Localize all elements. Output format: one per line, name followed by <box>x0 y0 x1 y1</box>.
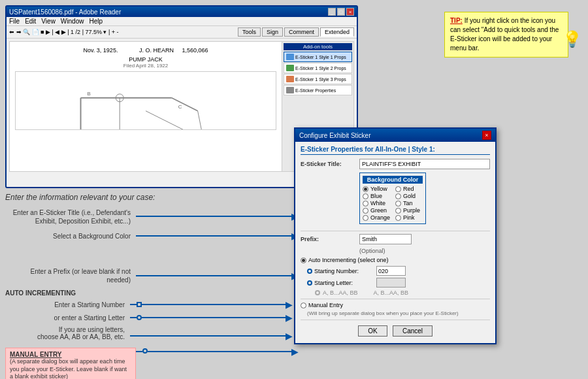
color-gold[interactable]: Gold <box>395 193 423 199</box>
radio-start-letter[interactable] <box>307 280 312 286</box>
sidebar-icon-4 <box>286 87 294 93</box>
color-label-orange: Orange <box>370 214 390 221</box>
dialog-titlebar: Configure Exhibit Sticker × <box>295 129 495 142</box>
color-label-tan: Tan <box>403 200 413 206</box>
arrow-prefix: ▶ <box>136 271 299 281</box>
color-label-red: Red <box>403 186 414 192</box>
manual-title: MANUAL ENTRY <box>10 351 131 358</box>
tab-comment[interactable]: Comment <box>284 27 319 37</box>
color-yellow[interactable]: Yellow <box>363 186 390 192</box>
manual-section-label: MANUAL ENTRY (A separate dialog box will… <box>5 345 136 379</box>
radio-tan[interactable] <box>395 201 401 206</box>
maximize-button[interactable]: □ <box>337 8 345 16</box>
instr-label-title: Enter an E-Sticker Title (i.e., Defendan… <box>5 208 136 225</box>
menu-help[interactable]: Help <box>89 18 103 25</box>
radio-gold[interactable] <box>395 193 401 199</box>
toolbar-icons: ⬅ ➡ 🔍 📄 ■ ▶ | ◀ ▶ | 1 /2 | 77.5% ▾ | + - <box>9 29 119 35</box>
menu-window[interactable]: Window <box>61 18 84 25</box>
radio-manual[interactable] <box>301 303 306 308</box>
instr-row-prefix: Enter a Prefix (or leave blank if notnee… <box>5 267 293 284</box>
esticker-title-input[interactable] <box>359 159 490 169</box>
dialog-title: Configure Exhibit Sticker <box>299 132 371 139</box>
instr-row-start-num: Enter a Starting Number ▶ <box>5 299 293 310</box>
tab-tools[interactable]: Tools <box>238 27 261 37</box>
close-button[interactable]: × <box>346 8 354 16</box>
arrow-head-sl: ▶ <box>286 312 293 323</box>
color-tan[interactable]: Tan <box>395 200 423 206</box>
radio-auto-inc[interactable] <box>301 257 306 263</box>
radio-indicator-m <box>142 348 148 354</box>
radio-green[interactable] <box>363 208 368 214</box>
tab-extended[interactable]: Extended <box>320 27 354 37</box>
radio-pink[interactable] <box>395 215 401 221</box>
menu-view[interactable]: View <box>41 18 56 25</box>
radio-red[interactable] <box>395 186 401 192</box>
manual-label: Manual Entry <box>308 302 343 308</box>
sidebar-item-2[interactable]: E-Sticker 1 Style 2 Props <box>284 63 352 73</box>
color-white[interactable]: White <box>363 200 390 206</box>
menu-file[interactable]: File <box>9 18 20 25</box>
color-pink[interactable]: Pink <box>395 214 423 221</box>
tip-text: If you right click on the icon you can s… <box>450 17 559 52</box>
divider-1 <box>301 231 490 231</box>
sidebar-label-4: E-Sticker Properties <box>295 88 336 93</box>
esticker-title-label: E-Sticker Title: <box>301 161 359 167</box>
radio-indicator-sl <box>137 315 142 320</box>
arrow-line-sl2 <box>142 317 287 318</box>
patent-number: 1,560,066 <box>182 47 208 54</box>
radio-white[interactable] <box>363 201 368 206</box>
arrow-line-m <box>136 351 142 352</box>
menu-bar: File Edit View Window Help <box>7 17 357 26</box>
dialog-body: E-Sticker Properties for All-In-One | St… <box>295 142 495 343</box>
toolbar-tabs: Tools Sign Comment Extended <box>238 27 354 37</box>
color-blue[interactable]: Blue <box>363 193 390 199</box>
color-label-pink: Pink <box>403 214 415 221</box>
auto-inc-radio-row[interactable]: Auto Incrementing (select one) <box>301 257 490 263</box>
start-num-label: Starting Number: <box>314 268 376 274</box>
manual-entry-row[interactable]: Manual Entry <box>301 302 490 308</box>
manual-section: MANUAL ENTRY (A separate dialog box will… <box>5 348 136 379</box>
color-label-white: White <box>370 200 385 206</box>
instr-row-title: Enter an E-Sticker Title (i.e., Defendan… <box>5 208 293 225</box>
color-green[interactable]: Green <box>363 207 390 214</box>
radio-orange[interactable] <box>363 215 368 221</box>
dialog-buttons: OK Cancel <box>301 323 490 339</box>
radio-blue[interactable] <box>363 193 368 199</box>
sidebar-item-1[interactable]: E-Sticker 1 Style 1 Props <box>284 52 352 62</box>
configure-dialog: Configure Exhibit Sticker × E-Sticker Pr… <box>294 127 497 344</box>
arrow-head-sn: ▶ <box>286 299 293 310</box>
starting-number-row: Starting Number: <box>307 266 490 276</box>
tip-bubble: TIP: If you right click on the icon you … <box>444 12 568 58</box>
arrow-line-m2 <box>148 351 293 352</box>
tab-sign[interactable]: Sign <box>262 27 283 37</box>
arrow-start-letter: ▶ <box>130 312 293 323</box>
sidebar-item-3[interactable]: E-Sticker 1 Style 3 Props <box>284 74 352 84</box>
arrow-letter-opts: ▶ <box>130 331 293 341</box>
color-label-gold: Gold <box>403 193 416 199</box>
instruction-area: Enter the information relevant to your c… <box>5 193 293 379</box>
prefix-input[interactable] <box>359 234 412 244</box>
starting-number-input[interactable] <box>376 266 406 276</box>
color-red[interactable]: Red <box>395 186 423 192</box>
manual-section-row: MANUAL ENTRY (A separate dialog box will… <box>5 345 293 379</box>
radio-purple[interactable] <box>395 208 401 214</box>
arrow-color: ▶ <box>136 231 299 241</box>
patent-date: Nov. 3, 1925. J. O. HEARN 1,560,066 <box>15 47 276 54</box>
color-purple[interactable]: Purple <box>395 207 423 214</box>
dialog-close-button[interactable]: × <box>482 131 491 140</box>
sidebar-icon-3 <box>286 76 294 82</box>
minimize-button[interactable]: _ <box>328 8 336 16</box>
sidebar-item-4[interactable]: E-Sticker Properties <box>284 85 352 95</box>
radio-letters-hint <box>315 290 320 295</box>
divider-2 <box>301 299 490 299</box>
starting-letter-input[interactable] <box>376 278 406 288</box>
radio-start-num[interactable] <box>307 269 312 274</box>
auto-inc-label: Auto Incrementing (select one) <box>308 257 389 263</box>
ok-button[interactable]: OK <box>358 325 387 337</box>
color-orange[interactable]: Orange <box>363 214 390 221</box>
menu-edit[interactable]: Edit <box>25 18 36 25</box>
dialog-section-title: E-Sticker Properties for All-In-One | St… <box>301 146 490 155</box>
window-controls: _ □ × <box>328 8 354 16</box>
radio-yellow[interactable] <box>363 186 368 192</box>
cancel-button[interactable]: Cancel <box>393 325 433 337</box>
